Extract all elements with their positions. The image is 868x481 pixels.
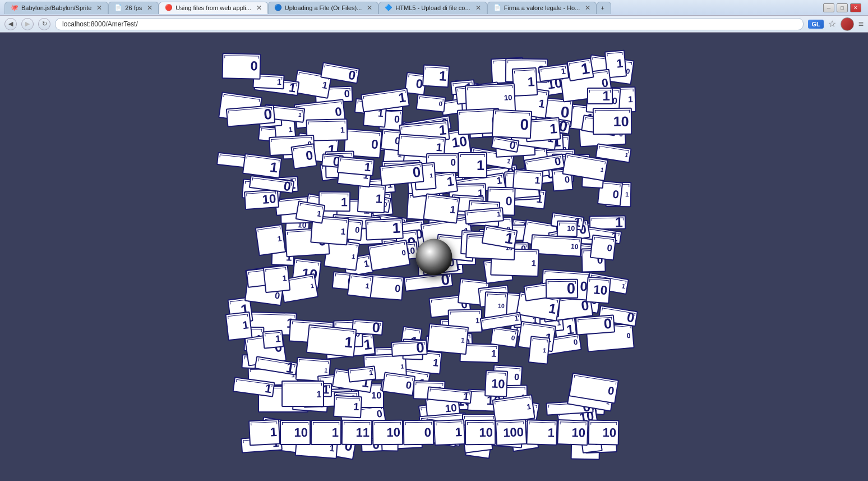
sprite-card: 1 xyxy=(427,323,469,355)
sprite-card-bottom: 10 xyxy=(465,419,496,445)
sprite-card: 0 xyxy=(590,234,616,260)
tab-close-1[interactable]: ✕ xyxy=(96,4,102,11)
sprite-card-bottom: 10 xyxy=(557,419,589,446)
sprite-card-bottom: 0 xyxy=(403,419,434,445)
user-avatar[interactable] xyxy=(841,17,854,31)
sprite-card: 1 xyxy=(262,330,284,349)
content-area: 0111000000111001100001001011001010011010… xyxy=(0,33,868,481)
sprite-card: 0 xyxy=(222,53,261,80)
game-canvas: 0111000000111001100001001011001010011010… xyxy=(238,61,630,453)
tab-favicon-3: 🔴 xyxy=(165,4,173,12)
tab-close-5[interactable]: ✕ xyxy=(475,4,481,11)
title-bar: 🐙 Babylon.js/Babylon/Sprite ✕ 📄 26 fps ✕… xyxy=(0,0,868,16)
tab-favicon-2: 📄 xyxy=(114,4,122,12)
sprite-card: 1 xyxy=(281,381,324,407)
maximize-button[interactable]: □ xyxy=(837,3,848,12)
sprite-card: 0 xyxy=(492,109,532,139)
close-button[interactable]: ✕ xyxy=(850,3,861,12)
tab-uploading[interactable]: 🔵 Uploading a File (Or Files)... ✕ xyxy=(268,2,379,14)
browser-actions: GL ☆ ≡ xyxy=(808,17,864,31)
sprite-card: 0 xyxy=(379,162,424,186)
browser-window: 🐙 Babylon.js/Babylon/Sprite ✕ 📄 26 fps ✕… xyxy=(0,0,868,481)
back-button[interactable]: ◀ xyxy=(4,18,17,30)
sprite-card: 0 xyxy=(546,278,578,299)
gl-badge[interactable]: GL xyxy=(808,20,823,29)
sprite-card: 0 xyxy=(416,94,446,113)
sprite-card: 1 xyxy=(255,224,286,256)
sprite-card: 1 xyxy=(528,336,551,365)
sprite-card: 0 xyxy=(382,372,416,397)
tab-using-files[interactable]: 🔴 Using files from web appli... ✕ xyxy=(159,2,268,14)
sprite-card-bottom: 10 xyxy=(372,419,404,445)
tab-label-1: Babylon.js/Babylon/Sprite xyxy=(21,4,91,11)
sprite-card: 10 xyxy=(557,221,578,237)
tab-favicon-5: 🔷 xyxy=(385,4,393,12)
sprite-card: 1 xyxy=(423,194,460,224)
address-bar: ◀ ▶ ↻ GL ☆ ≡ xyxy=(0,16,868,33)
tab-favicon-4: 🔵 xyxy=(274,4,282,12)
sprite-card: 1 xyxy=(225,311,252,341)
sprite-card: 10 xyxy=(585,277,611,304)
minimize-button[interactable]: ─ xyxy=(823,3,834,12)
tab-favicon-1: 🐙 xyxy=(11,4,19,12)
sprite-card: 1 xyxy=(263,265,291,293)
sprite-card: 1 xyxy=(242,153,281,179)
sprite-card: 0 xyxy=(391,340,427,357)
sprite-card: 0 xyxy=(490,326,519,349)
sprite-card: 0 xyxy=(575,314,615,335)
forward-button[interactable]: ▶ xyxy=(21,18,34,30)
sprite-card-bottom: 1 xyxy=(433,419,465,445)
tab-label-4: Uploading a File (Or Files)... xyxy=(285,4,362,11)
sprite-card-bottom: 10 xyxy=(280,419,311,445)
sprite-card-bottom: 11 xyxy=(341,419,373,445)
sprite-card: 1 xyxy=(333,395,362,419)
sprite-card: 0 xyxy=(226,104,276,127)
tab-close-4[interactable]: ✕ xyxy=(367,4,372,11)
tab-close-6[interactable]: ✕ xyxy=(585,4,590,11)
new-tab-button[interactable]: + xyxy=(597,2,611,14)
tab-favicon-6: 📄 xyxy=(493,4,501,12)
sprite-card: 10 xyxy=(244,189,279,210)
tab-label-6: Firma a valore legale - Ho... xyxy=(504,4,580,11)
sprite-card: 1 xyxy=(567,58,594,81)
sprite-card: 0 xyxy=(367,239,410,271)
sprite-card: 1 xyxy=(357,183,386,213)
sprite-card-bottom: 1 xyxy=(248,419,280,446)
refresh-button[interactable]: ↻ xyxy=(38,18,50,30)
sprite-card: 10 xyxy=(484,370,509,397)
tab-label-2: 26 fps xyxy=(125,4,142,11)
tab-fps[interactable]: 📄 26 fps ✕ xyxy=(108,2,159,14)
tab-babylon[interactable]: 🐙 Babylon.js/Babylon/Sprite ✕ xyxy=(4,2,108,14)
sprite-card-bottom: 1 xyxy=(526,419,557,446)
address-input[interactable] xyxy=(55,18,804,30)
sprite-card: 1 xyxy=(347,273,373,298)
tab-firma[interactable]: 📄 Firma a valore legale - Ho... ✕ xyxy=(487,2,597,14)
menu-icon[interactable]: ≡ xyxy=(858,19,864,29)
sprite-card: 1 xyxy=(306,324,357,358)
sprite-card-bottom: 1 xyxy=(311,419,341,445)
tab-html5-upload[interactable]: 🔷 HTML5 - Upload di file co... ✕ xyxy=(378,2,487,14)
sprite-card-bottom: 10 xyxy=(588,419,620,445)
sprite-card: 1 xyxy=(422,64,449,87)
sphere-object xyxy=(416,239,453,275)
tab-close-2[interactable]: ✕ xyxy=(147,4,153,11)
window-controls: ─ □ ✕ xyxy=(823,3,866,12)
bookmark-star-icon[interactable]: ☆ xyxy=(828,19,836,29)
tabs-bar: 🐙 Babylon.js/Babylon/Sprite ✕ 📄 26 fps ✕… xyxy=(2,2,823,14)
tab-label-3: Using files from web appli... xyxy=(176,4,251,11)
sprite-card-bottom: 100 xyxy=(495,419,527,446)
tab-label-5: HTML5 - Upload di file co... xyxy=(395,4,470,11)
sprite-card: 1 xyxy=(513,169,544,191)
sprite-card: 1 xyxy=(365,218,404,241)
sprite-card: 1 xyxy=(587,88,613,104)
tab-close-3[interactable]: ✕ xyxy=(256,4,262,11)
sprite-card: 0 xyxy=(290,144,317,170)
sprite-card: 10 xyxy=(593,108,632,135)
sprite-card: 1 xyxy=(511,67,538,97)
sprite-card: 1 xyxy=(458,152,487,178)
